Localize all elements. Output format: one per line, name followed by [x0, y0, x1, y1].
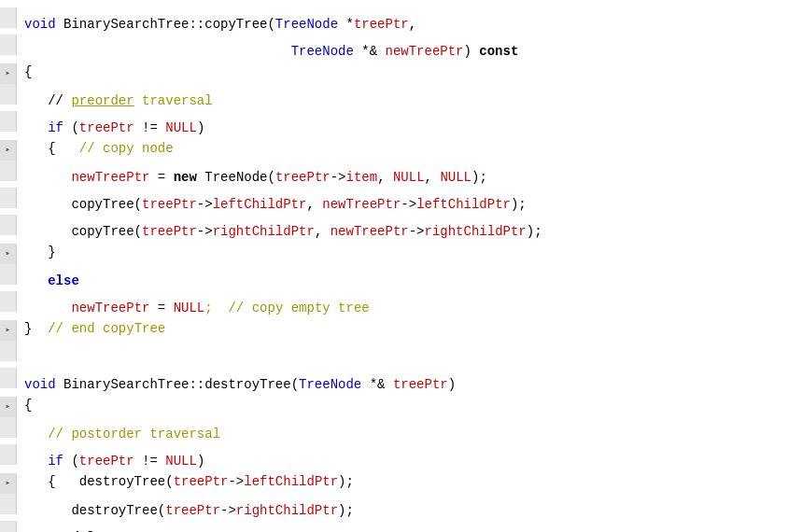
code-line: void BinarySearchTree::copyTree(TreeNode… — [0, 7, 802, 35]
code-token: ); — [471, 170, 487, 185]
code-token: , — [425, 170, 441, 185]
collapse-marker-icon: ▸ — [5, 140, 10, 161]
code-token: -> — [220, 503, 236, 518]
code-token: newTreePtr — [331, 224, 409, 239]
code-token: ( — [63, 120, 79, 135]
code-token: ) — [197, 454, 204, 469]
line-gutter — [0, 291, 17, 312]
code-line: // preorder traversal — [0, 84, 802, 111]
code-token: , — [377, 170, 393, 185]
code-token: , — [315, 224, 331, 239]
code-line: if (treePtr != NULL) — [0, 444, 802, 471]
code-token: -> — [409, 224, 425, 239]
code-token: rightChildPtr — [425, 224, 527, 239]
line-gutter — [0, 35, 17, 55]
line-gutter — [0, 111, 17, 132]
code-token: // postorder traversal — [24, 427, 220, 441]
code-token: // — [24, 93, 71, 108]
code-token: -> — [401, 197, 416, 212]
line-content: if (treePtr != NULL) — [17, 451, 802, 471]
code-token — [24, 454, 48, 469]
line-gutter[interactable]: ▸ — [0, 473, 17, 494]
collapse-marker-icon: ▸ — [5, 63, 10, 84]
line-gutter — [0, 161, 17, 181]
code-token: , — [409, 17, 416, 32]
code-token: newTreePtr — [322, 197, 401, 212]
code-line: // postorder traversal — [0, 417, 802, 444]
line-content: if (treePtr != NULL) — [17, 118, 802, 138]
code-line: else — [0, 264, 802, 291]
line-gutter — [0, 417, 17, 438]
line-content: void BinarySearchTree::copyTree(TreeNode… — [17, 14, 802, 35]
code-line: if (treePtr != NULL) — [0, 111, 802, 138]
line-content: delete treePtr; — [17, 527, 802, 532]
line-gutter — [0, 84, 17, 105]
code-token: TreeNode — [299, 377, 361, 392]
code-token: ) — [464, 44, 480, 59]
code-line: copyTree(treePtr->rightChildPtr, newTree… — [0, 215, 802, 242]
line-content: TreeNode *& newTreePtr) const — [17, 41, 802, 62]
code-token: treePtr — [393, 377, 448, 392]
code-token: ); — [338, 503, 354, 518]
code-token: ( — [291, 377, 299, 392]
code-token: NULL — [165, 454, 197, 469]
line-gutter — [0, 7, 17, 28]
line-gutter[interactable]: ▸ — [0, 397, 17, 417]
code-token: != — [134, 120, 166, 135]
code-line: destroyTree(treePtr->rightChildPtr); — [0, 494, 802, 521]
code-token: newTreePtr — [71, 170, 149, 185]
line-gutter — [0, 368, 17, 388]
code-line: void BinarySearchTree::destroyTree(TreeN… — [0, 368, 802, 395]
code-token: treePtr — [165, 503, 220, 518]
collapse-marker-icon: ▸ — [5, 397, 10, 417]
line-gutter — [0, 264, 17, 285]
line-content: { — [17, 62, 802, 82]
code-line: ▸} // end copyTree — [0, 318, 802, 341]
line-content: { // copy node — [17, 138, 802, 159]
code-line: newTreePtr = new TreeNode(treePtr->item,… — [0, 161, 802, 188]
code-line: TreeNode *& newTreePtr) const — [0, 35, 802, 62]
line-content: // postorder traversal — [17, 424, 802, 444]
line-content: copyTree(treePtr->rightChildPtr, newTree… — [17, 221, 802, 242]
code-token: != — [134, 454, 166, 469]
line-gutter — [0, 215, 17, 235]
code-line — [0, 341, 802, 368]
collapse-marker-icon: ▸ — [5, 244, 10, 264]
line-gutter[interactable]: ▸ — [0, 244, 17, 264]
code-token: TreeNode — [291, 44, 354, 59]
code-line: ▸{ — [0, 395, 802, 417]
line-content: // preorder traversal — [17, 91, 802, 111]
code-token: = — [149, 301, 173, 315]
code-token: copyTree( — [24, 224, 142, 239]
line-gutter — [0, 494, 17, 514]
line-content — [17, 347, 802, 368]
line-content: destroyTree(treePtr->rightChildPtr); — [17, 500, 802, 521]
code-token: ( — [63, 454, 79, 469]
code-token: rightChildPtr — [213, 224, 315, 239]
code-editor: void BinarySearchTree::copyTree(TreeNode… — [0, 0, 802, 532]
code-token: BinarySearchTree::copyTree — [63, 17, 267, 32]
line-content: } — [17, 242, 802, 262]
code-token: new — [174, 170, 197, 185]
code-token: preorder — [71, 93, 134, 108]
code-token: NULL — [393, 170, 425, 185]
code-token — [24, 44, 291, 59]
code-line: delete treePtr; — [0, 521, 802, 532]
line-content: newTreePtr = NULL; // copy empty tree — [17, 298, 802, 318]
code-token: traversal — [134, 93, 213, 108]
code-token: ) — [448, 377, 456, 392]
line-gutter[interactable]: ▸ — [0, 63, 17, 84]
line-gutter[interactable]: ▸ — [0, 320, 17, 341]
code-token: else — [48, 273, 79, 288]
line-gutter[interactable]: ▸ — [0, 140, 17, 161]
code-token: BinarySearchTree::destroyTree — [63, 377, 291, 392]
line-content: { — [17, 395, 802, 415]
code-token: treePtr — [275, 170, 331, 185]
code-token: newTreePtr — [385, 44, 463, 59]
code-token: void — [24, 17, 63, 32]
code-token: if — [48, 120, 63, 135]
code-token: TreeNode — [275, 17, 338, 32]
code-token: *& — [361, 377, 393, 392]
code-token: treePtr — [354, 17, 409, 32]
code-token — [24, 120, 48, 135]
